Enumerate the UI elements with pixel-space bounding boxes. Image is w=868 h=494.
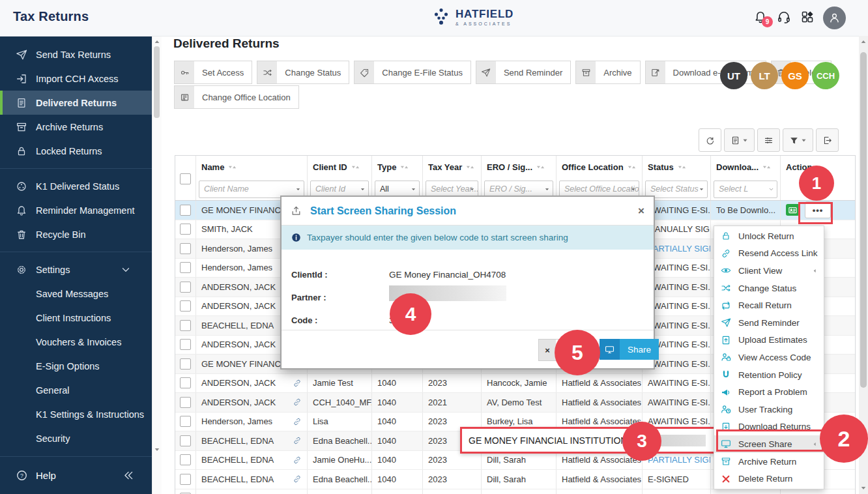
row-checkbox[interactable] (180, 397, 191, 408)
collapse-sidebar-icon[interactable] (123, 469, 135, 482)
link-icon[interactable] (293, 436, 302, 445)
change-status-button[interactable]: Change Status (257, 61, 349, 84)
sidebar-item-import-cch-axcess[interactable]: Import CCH Axcess (0, 66, 152, 91)
row-checkbox[interactable] (180, 454, 191, 465)
sidebar-item-vouchers-invoices[interactable]: Vouchers & Invoices (0, 330, 152, 354)
sidebar-item-k1-settings-instructions[interactable]: K1 Settings & Instructions (0, 402, 152, 426)
sidebar-help[interactable]: ? Help (0, 456, 152, 494)
row-checkbox[interactable] (180, 474, 191, 485)
row-checkbox[interactable] (180, 224, 191, 235)
sort-icon[interactable] (399, 164, 409, 170)
sidebar-item-recycle-bin[interactable]: Recycle Bin (0, 222, 152, 246)
menu-item-retention-policy[interactable]: Retention Policy (714, 366, 824, 384)
scrollbar-thumb[interactable] (154, 46, 160, 118)
row-checkbox[interactable] (180, 262, 191, 273)
modal-close-icon[interactable]: × (638, 205, 644, 218)
sort-icon[interactable] (627, 164, 637, 170)
sort-icon[interactable] (465, 164, 475, 170)
scroll-down-icon[interactable] (860, 485, 867, 491)
menu-item-upload-estimates[interactable]: Upload Estimates (714, 332, 824, 349)
sidebar-item-client-instructions[interactable]: Client Instructions (0, 306, 152, 330)
row-checkbox[interactable] (180, 339, 191, 350)
refresh-button[interactable] (699, 128, 721, 152)
support-headset-icon[interactable] (777, 10, 791, 24)
menu-item-send-reminder[interactable]: Send Reminder (714, 314, 824, 332)
sidebar-item-settings[interactable]: Settings (0, 257, 152, 282)
share-button[interactable]: Share (600, 339, 659, 360)
menu-item-client-view[interactable]: Client View (714, 262, 824, 280)
sidebar-scrollbar[interactable] (152, 36, 162, 494)
link-icon[interactable] (293, 474, 302, 484)
menu-item-delete-return[interactable]: Delete Return (714, 470, 824, 487)
sidebar-item-reminder-management[interactable]: Reminder Management (0, 198, 152, 222)
sidebar-item-general[interactable]: General (0, 378, 152, 402)
column-ero-sig[interactable]: ERO / Sig... (482, 156, 557, 178)
avatar-gs[interactable]: GS (781, 62, 809, 89)
export-columns-button[interactable] (724, 128, 755, 152)
avatar-ut[interactable]: UT (720, 62, 747, 89)
filter-button[interactable] (783, 128, 813, 152)
column-type[interactable]: Type (372, 156, 423, 178)
row-checkbox[interactable] (180, 416, 191, 427)
row-checkbox[interactable] (180, 358, 191, 370)
menu-item-report-a-problem[interactable]: Report a Problem (714, 383, 824, 401)
apps-grid-icon[interactable] (800, 10, 815, 24)
sidebar-item-esign-options[interactable]: E-Sign Options (0, 354, 152, 378)
row-checkbox[interactable] (180, 320, 191, 331)
avatar-lt[interactable]: LT (751, 62, 778, 89)
menu-item-user-tracking[interactable]: User Tracking (714, 401, 824, 418)
client-card-button[interactable] (786, 204, 800, 216)
menu-item-recall-return[interactable]: Recall Return (714, 297, 824, 314)
column-name[interactable]: Name (196, 156, 308, 178)
avatar-cch[interactable]: CCH (812, 62, 839, 89)
user-avatar[interactable] (823, 7, 846, 29)
link-icon[interactable] (293, 398, 302, 407)
column-settings-button[interactable] (757, 128, 780, 152)
menu-item-change-status[interactable]: Change Status (714, 280, 824, 297)
export-button[interactable] (816, 128, 839, 152)
sort-icon[interactable] (227, 164, 237, 170)
sidebar-item-locked-returns[interactable]: Locked Returns (0, 139, 152, 163)
link-icon[interactable] (293, 379, 302, 388)
archive-button[interactable]: Archive (575, 61, 640, 84)
change-office-location-button[interactable]: Change Office Location (174, 85, 299, 109)
sidebar-item-saved-messages[interactable]: Saved Messages (0, 282, 152, 306)
row-checkbox[interactable] (180, 205, 191, 216)
link-icon[interactable] (293, 456, 302, 465)
sidebar-item-send-tax-returns[interactable]: Send Tax Returns (0, 42, 152, 66)
row-checkbox[interactable] (180, 377, 191, 388)
column-status[interactable]: Status (643, 156, 711, 178)
scroll-down-icon[interactable] (154, 446, 160, 453)
sidebar-item-security[interactable]: Security (0, 426, 152, 450)
sidebar-nav: Send Tax Returns Import CCH Axcess Deliv… (0, 36, 152, 494)
row-checkbox[interactable] (180, 435, 191, 446)
change-efile-status-button[interactable]: Change E-File Status (354, 61, 471, 84)
sidebar-item-archive-returns[interactable]: Archive Returns (0, 115, 152, 139)
column-office-location[interactable]: Office Location (557, 156, 643, 178)
table-row[interactable] (175, 489, 855, 494)
row-checkbox[interactable] (180, 243, 191, 254)
sidebar-item-k1-delivered-status[interactable]: K1 Delivered Status (0, 174, 152, 198)
set-access-button[interactable]: Set Access (174, 61, 252, 84)
menu-item-resend-access-link[interactable]: Resend Access Link (714, 245, 824, 263)
sidebar-item-delivered-returns[interactable]: Delivered Returns (0, 91, 152, 115)
menu-item-archive-return[interactable]: Archive Return (714, 453, 824, 471)
menu-item-unlock-return[interactable]: Unlock Return (714, 227, 824, 245)
link-icon[interactable] (293, 417, 302, 426)
scroll-up-icon[interactable] (860, 38, 867, 45)
send-reminder-button[interactable]: Send Reminder (476, 61, 571, 84)
column-tax-year[interactable]: Tax Year (423, 156, 482, 178)
scroll-up-icon[interactable] (154, 38, 160, 45)
sort-icon[interactable] (762, 164, 772, 170)
sort-icon[interactable] (351, 164, 360, 170)
sort-icon[interactable] (536, 164, 545, 170)
column-download[interactable]: Downloa... (711, 156, 781, 178)
scrollbar-thumb[interactable] (860, 52, 867, 388)
menu-item-view-access-code[interactable]: View Access Code (714, 349, 824, 366)
select-all-checkbox[interactable] (180, 173, 191, 184)
column-client-id[interactable]: Client ID (308, 156, 372, 178)
row-checkbox[interactable] (180, 282, 191, 293)
sort-icon[interactable] (677, 164, 687, 170)
row-checkbox[interactable] (180, 300, 191, 312)
download-filter[interactable]: Select L (714, 181, 777, 198)
